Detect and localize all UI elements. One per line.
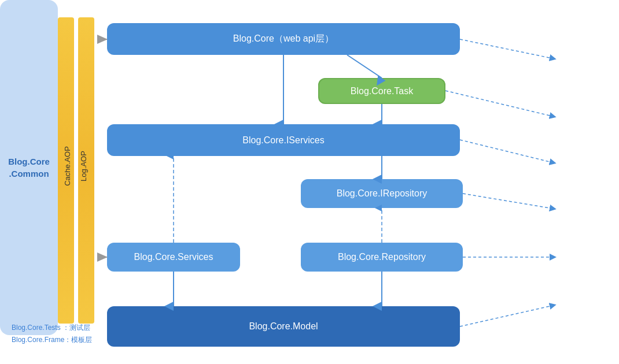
log-aop-label: Log.AOP [79,151,88,181]
svg-line-1 [347,55,382,78]
services-box: Blog.Core.Services [107,243,240,272]
note-line1: Blog.Core.Tests ：测试层 [12,322,92,335]
svg-line-11 [445,91,550,116]
note-line2: Blog.Core.Frame：模板层 [12,334,92,347]
svg-line-10 [460,39,550,58]
diagram-container: Cache.AOP Log.AOP Blog.Core（web api层） Bl… [0,0,619,364]
webapi-box: Blog.Core（web api层） [107,23,460,55]
repository-box: Blog.Core.Repository [301,243,463,272]
svg-line-15 [460,306,550,326]
task-box: Blog.Core.Task [318,78,445,104]
common-box: Blog.Core .Common [0,0,58,335]
svg-line-13 [463,194,550,208]
model-box: Blog.Core.Model [107,306,460,347]
iservices-box: Blog.Core.IServices [107,124,460,156]
svg-line-12 [460,140,550,162]
bottom-notes: Blog.Core.Tests ：测试层 Blog.Core.Frame：模板层 [12,322,92,347]
cache-aop-label: Cache.AOP [63,146,72,186]
irepository-box: Blog.Core.IRepository [301,179,463,208]
